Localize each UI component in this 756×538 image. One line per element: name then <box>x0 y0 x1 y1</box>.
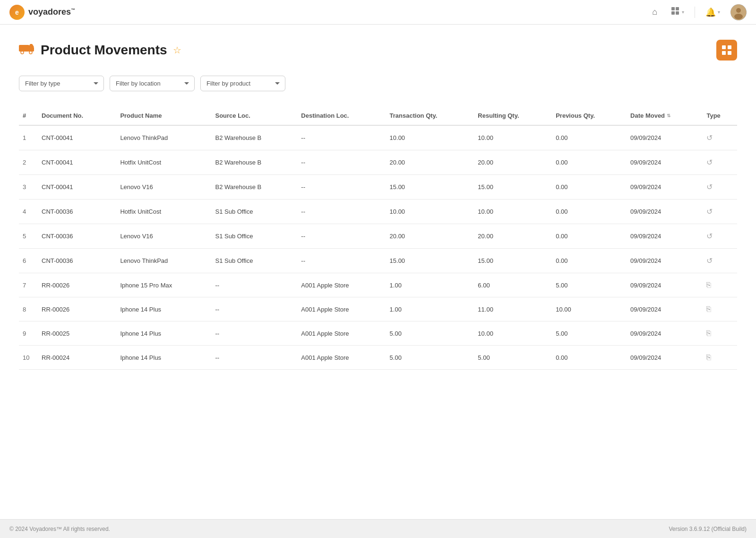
table-row: 5 CNT-00036 Lenovo V16 S1 Sub Office -- … <box>19 224 737 249</box>
cell-num: 10 <box>19 346 38 370</box>
action-button[interactable] <box>716 40 737 61</box>
svg-rect-1 <box>676 7 679 10</box>
svg-rect-3 <box>676 11 679 15</box>
cell-date: 09/09/2024 <box>627 273 703 297</box>
col-product: Product Name <box>116 106 211 125</box>
cell-product: Lenovo ThinkPad <box>116 249 211 273</box>
cell-doc-no: CNT-00041 <box>38 150 116 175</box>
cell-result-qty: 11.00 <box>474 297 552 321</box>
footer-version: Version 3.6.9.12 (Official Build) <box>669 526 747 532</box>
filter-location-select[interactable]: Filter by location <box>110 76 195 91</box>
col-num: # <box>19 106 38 125</box>
cell-product: Iphone 15 Pro Max <box>116 273 211 297</box>
cell-result-qty: 15.00 <box>474 249 552 273</box>
cell-prev-qty: 0.00 <box>552 224 627 249</box>
cell-doc-no: RR-00024 <box>38 346 116 370</box>
cell-type: ↺ <box>703 125 737 150</box>
table-row: 10 RR-00024 Iphone 14 Plus -- A001 Apple… <box>19 346 737 370</box>
cell-product: Iphone 14 Plus <box>116 297 211 321</box>
cell-date: 09/09/2024 <box>627 125 703 150</box>
cell-num: 5 <box>19 224 38 249</box>
navbar-right: ⌂ ▾ 🔔 ▾ <box>649 4 747 20</box>
cell-date: 09/09/2024 <box>627 200 703 224</box>
avatar[interactable] <box>730 4 747 20</box>
cell-result-qty: 15.00 <box>474 175 552 200</box>
home-icon: ⌂ <box>652 7 657 17</box>
cell-dest: A001 Apple Store <box>297 321 386 346</box>
cell-date: 09/09/2024 <box>627 224 703 249</box>
col-dest: Destination Loc. <box>297 106 386 125</box>
favorite-star-icon[interactable]: ☆ <box>173 44 181 56</box>
movements-table: # Document No. Product Name Source Loc. … <box>19 106 737 370</box>
tools-button[interactable]: ▾ <box>668 4 687 20</box>
cell-product: Lenovo V16 <box>116 224 211 249</box>
nav-separator <box>695 7 695 18</box>
cell-source: -- <box>211 273 297 297</box>
cell-result-qty: 20.00 <box>474 150 552 175</box>
cell-num: 3 <box>19 175 38 200</box>
cell-type: ↺ <box>703 200 737 224</box>
svg-marker-9 <box>28 44 34 47</box>
tools-chevron: ▾ <box>682 9 684 15</box>
svg-rect-13 <box>728 45 731 49</box>
cell-date: 09/09/2024 <box>627 175 703 200</box>
page-title-icon <box>19 42 35 59</box>
cell-product: Lenovo ThinkPad <box>116 125 211 150</box>
filter-product-select[interactable]: Filter by product <box>200 76 285 91</box>
cell-type: ↺ <box>703 175 737 200</box>
cell-dest: -- <box>297 175 386 200</box>
cell-result-qty: 10.00 <box>474 200 552 224</box>
filters-row: Filter by type Filter by location Filter… <box>19 76 737 91</box>
cell-num: 2 <box>19 150 38 175</box>
cell-trans-qty: 20.00 <box>386 150 474 175</box>
svg-point-11 <box>29 51 32 54</box>
cell-result-qty: 5.00 <box>474 346 552 370</box>
col-source: Source Loc. <box>211 106 297 125</box>
filter-type-select[interactable]: Filter by type <box>19 76 104 91</box>
cell-type: ↺ <box>703 224 737 249</box>
main-content: Product Movements ☆ Filter by type Filte… <box>0 25 756 519</box>
table-row: 3 CNT-00041 Lenovo V16 B2 Warehouse B --… <box>19 175 737 200</box>
cell-dest: -- <box>297 249 386 273</box>
cell-prev-qty: 0.00 <box>552 346 627 370</box>
cell-date: 09/09/2024 <box>627 150 703 175</box>
cell-trans-qty: 1.00 <box>386 297 474 321</box>
table-row: 1 CNT-00041 Lenovo ThinkPad B2 Warehouse… <box>19 125 737 150</box>
cell-num: 8 <box>19 297 38 321</box>
cell-result-qty: 6.00 <box>474 273 552 297</box>
col-doc-no: Document No. <box>38 106 116 125</box>
cell-doc-no: CNT-00041 <box>38 125 116 150</box>
cell-dest: A001 Apple Store <box>297 297 386 321</box>
cell-type: ⎘ <box>703 297 737 321</box>
col-type: Type <box>703 106 737 125</box>
table-row: 2 CNT-00041 Hotfix UnitCost B2 Warehouse… <box>19 150 737 175</box>
cell-trans-qty: 5.00 <box>386 346 474 370</box>
cell-source: -- <box>211 321 297 346</box>
cell-doc-no: CNT-00036 <box>38 249 116 273</box>
cell-prev-qty: 0.00 <box>552 175 627 200</box>
notifications-button[interactable]: 🔔 ▾ <box>703 5 723 19</box>
table-row: 6 CNT-00036 Lenovo ThinkPad S1 Sub Offic… <box>19 249 737 273</box>
svg-rect-14 <box>722 51 726 55</box>
cell-doc-no: RR-00025 <box>38 321 116 346</box>
cell-product: Lenovo V16 <box>116 175 211 200</box>
col-result-qty: Resulting Qty. <box>474 106 552 125</box>
cell-prev-qty: 0.00 <box>552 249 627 273</box>
logo-text: voyadores™ <box>28 7 75 17</box>
table-row: 9 RR-00025 Iphone 14 Plus -- A001 Apple … <box>19 321 737 346</box>
cell-type: ⎘ <box>703 346 737 370</box>
cell-num: 6 <box>19 249 38 273</box>
table-container: # Document No. Product Name Source Loc. … <box>19 106 737 370</box>
cell-product: Hotfix UnitCost <box>116 150 211 175</box>
home-button[interactable]: ⌂ <box>649 5 660 19</box>
table-body: 1 CNT-00041 Lenovo ThinkPad B2 Warehouse… <box>19 125 737 370</box>
navbar-left: e voyadores™ <box>9 5 75 20</box>
cell-type: ⎘ <box>703 273 737 297</box>
cell-dest: -- <box>297 125 386 150</box>
cell-num: 4 <box>19 200 38 224</box>
cell-dest: -- <box>297 200 386 224</box>
svg-point-5 <box>736 8 741 13</box>
table-row: 4 CNT-00036 Hotfix UnitCost S1 Sub Offic… <box>19 200 737 224</box>
table-header-row: # Document No. Product Name Source Loc. … <box>19 106 737 125</box>
cell-type: ↺ <box>703 150 737 175</box>
